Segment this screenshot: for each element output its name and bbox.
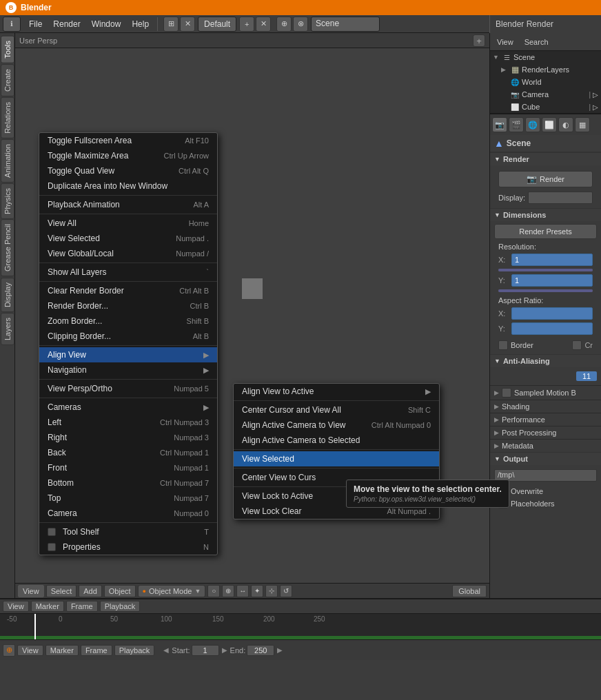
placeholders-checkbox[interactable]	[498, 499, 508, 508]
prop-icon-mat[interactable]: ◐	[558, 117, 573, 132]
ctx-show-all-layers[interactable]: Show All Layers `	[39, 265, 217, 280]
ctx-navigation[interactable]: Navigation ▶	[39, 362, 217, 378]
vp-add-btn[interactable]: Add	[79, 585, 102, 597]
tl-playback-btn[interactable]: Playback	[100, 601, 141, 612]
output-path-input[interactable]: /tmp\	[494, 469, 597, 482]
post-processing-btn[interactable]: ▶ Post Processing	[490, 426, 601, 439]
frame-nav-left[interactable]: ◀	[162, 645, 170, 656]
prop-icon-scene[interactable]: 🎬	[509, 117, 524, 132]
start-frame-input[interactable]: 1	[192, 645, 219, 656]
ctx-view-all[interactable]: View All Home	[39, 216, 217, 231]
workspace-selector[interactable]: Default	[198, 17, 236, 32]
sb-marker-btn[interactable]: Marker	[45, 645, 79, 656]
menu-window[interactable]: Window	[86, 17, 127, 32]
asp-y-input[interactable]	[511, 322, 593, 335]
res-x-input[interactable]: 1	[511, 254, 593, 266]
render-btn[interactable]: 📷 Render	[498, 171, 593, 187]
menu-file[interactable]: File	[23, 17, 48, 32]
viewport-add-btn[interactable]: +	[473, 34, 485, 47]
sub-view-selected[interactable]: View Selected	[234, 451, 439, 466]
aa-number[interactable]: 11	[576, 371, 597, 381]
sb-view-btn[interactable]: View	[17, 645, 43, 656]
sub-view-lock-active[interactable]: View Lock to Active	[234, 488, 439, 504]
ctx-duplicate-window[interactable]: Duplicate Area into New Window	[39, 178, 217, 194]
vp-icon-magnet[interactable]: ✦	[251, 585, 263, 597]
prop-icon-render[interactable]: 📷	[492, 117, 507, 132]
sampled-motion-check[interactable]	[502, 388, 511, 398]
sub-align-camera-view[interactable]: Align Active Camera to View Ctrl Alt Num…	[234, 418, 439, 433]
ctx-cameras[interactable]: Cameras ▶	[39, 400, 217, 415]
ctx-right[interactable]: Right Numpad 3	[39, 430, 217, 445]
res-x-slider[interactable]	[498, 269, 593, 271]
prop-icon-world[interactable]: 🌐	[525, 117, 540, 132]
display-input[interactable]	[528, 192, 593, 204]
vp-select-btn[interactable]: Select	[46, 585, 77, 597]
sampled-motion-btn[interactable]: ▶ Sampled Motion B	[490, 385, 601, 400]
sub-center-cursor[interactable]: Center Cursor and View All Shift C	[234, 402, 439, 418]
res-y-input[interactable]: 1	[511, 274, 593, 287]
tree-item-world[interactable]: ▶ 🌐 World	[498, 76, 601, 88]
res-y-slider[interactable]	[498, 289, 593, 292]
prop-icon-obj[interactable]: ⬜	[542, 117, 557, 132]
left-tab-display[interactable]: Display	[1, 278, 14, 312]
timeline-playhead[interactable]	[34, 614, 36, 639]
sb-frame-btn[interactable]: Frame	[81, 645, 112, 656]
sb-playback-btn[interactable]: Playback	[114, 645, 155, 656]
scene-input[interactable]: Scene	[311, 17, 380, 32]
ctx-top[interactable]: Top Numpad 7	[39, 491, 217, 506]
sub-align-to-active[interactable]: Align View to Active ▶	[234, 384, 439, 399]
metadata-btn[interactable]: ▶ Metadata	[490, 439, 601, 452]
tree-item-renderlayers[interactable]: ▶ ▦ RenderLayers	[498, 63, 601, 76]
output-section-header[interactable]: ▼ Output	[490, 452, 601, 465]
timeline-track[interactable]: -50 0 50 100 150 200 250	[0, 614, 601, 639]
ctx-view-global-local[interactable]: View Global/Local Numpad /	[39, 246, 217, 261]
prop-icon-tex[interactable]: ▦	[575, 117, 590, 132]
tree-item-camera[interactable]: ▶ 📷 Camera | ▷	[498, 88, 601, 101]
border-checkbox[interactable]	[498, 340, 508, 350]
ctx-front[interactable]: Front Numpad 1	[39, 460, 217, 475]
render-icon-2[interactable]: ⊗	[293, 17, 308, 32]
shading-btn[interactable]: ▶ Shading	[490, 400, 601, 413]
ctx-view-selected[interactable]: View Selected Numpad .	[39, 231, 217, 246]
left-tab-physics[interactable]: Physics	[1, 183, 14, 219]
menu-render[interactable]: Render	[48, 17, 85, 32]
vp-icon-circle[interactable]: ○	[207, 585, 220, 597]
tl-marker-btn[interactable]: Marker	[31, 601, 64, 612]
left-tab-relations[interactable]: Relations	[1, 97, 14, 138]
frame-nav-right[interactable]: ▶	[221, 645, 229, 656]
end-frame-input[interactable]: 250	[247, 645, 274, 656]
ctx-align-view[interactable]: Align View ▶	[39, 347, 217, 362]
ctx-camera[interactable]: Camera Numpad 0	[39, 506, 217, 521]
vp-icon-plus-circle[interactable]: ⊕	[222, 585, 234, 597]
ctx-toggle-maximize[interactable]: Toggle Maximize Area Ctrl Up Arrow	[39, 148, 217, 163]
ctx-view-persp-ortho[interactable]: View Persp/Ortho Numpad 5	[39, 381, 217, 396]
vp-global-btn[interactable]: Global	[452, 585, 487, 597]
ctx-toggle-fullscreen[interactable]: Toggle Fullscreen Area Alt F10	[39, 133, 217, 148]
left-tab-tools[interactable]: Tools	[1, 36, 14, 63]
ctx-back[interactable]: Back Ctrl Numpad 1	[39, 445, 217, 460]
scene-nav-plus[interactable]: +	[239, 17, 254, 32]
render-section-header[interactable]: ▼ Render	[490, 152, 601, 165]
dimensions-section-header[interactable]: ▼ Dimensions	[490, 208, 601, 221]
sub-center-view-curs[interactable]: Center View to Curs	[234, 470, 439, 485]
scene-nav-x[interactable]: ✕	[256, 17, 271, 32]
sb-icon-1[interactable]: ⊕	[3, 644, 15, 657]
frame-nav-right2[interactable]: ▶	[276, 645, 284, 656]
left-tab-animation[interactable]: Animation	[1, 139, 14, 183]
vp-icon-move[interactable]: ⊹	[265, 585, 278, 597]
sub-align-camera-selected[interactable]: Align Active Camera to Selected	[234, 433, 439, 448]
ctx-toggle-quad[interactable]: Toggle Quad View Ctrl Alt Q	[39, 163, 217, 178]
ctx-tool-shelf[interactable]: Tool Shelf T	[39, 524, 217, 539]
left-tab-create[interactable]: Create	[1, 64, 14, 96]
vp-icon-arrows[interactable]: ↔	[236, 585, 249, 597]
performance-btn[interactable]: ▶ Performance	[490, 413, 601, 426]
ctx-clear-render-border[interactable]: Clear Render Border Ctrl Alt B	[39, 283, 217, 298]
tree-item-cube[interactable]: ▶ ⬜ Cube | ▷	[498, 101, 601, 113]
tl-frame-btn[interactable]: Frame	[66, 601, 98, 612]
ctx-left[interactable]: Left Ctrl Numpad 3	[39, 415, 217, 430]
workspace-icon-x[interactable]: ✕	[180, 17, 195, 32]
outliner-search-btn[interactable]: Search	[522, 37, 551, 48]
info-icon-btn[interactable]: ℹ	[3, 17, 21, 32]
vp-view-btn[interactable]: View	[18, 585, 44, 597]
left-tab-grease-pencil[interactable]: Grease Pencil	[1, 219, 14, 276]
